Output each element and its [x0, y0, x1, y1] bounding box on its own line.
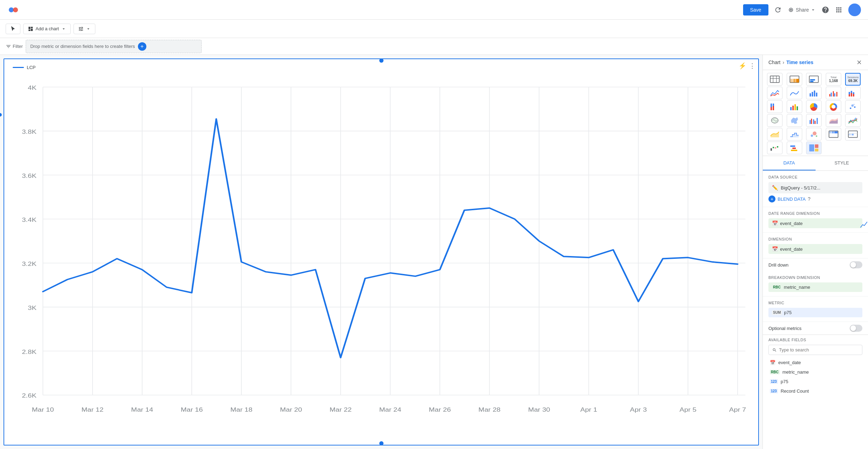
chart-type-table-heatmap[interactable]	[787, 73, 802, 86]
chart-type-stepped-area[interactable]	[787, 128, 802, 141]
data-source-row[interactable]: ✏️ BigQuery - 5/17/2...	[768, 182, 862, 193]
chart-type-combo-bar[interactable]	[826, 87, 841, 99]
chart-type-scorecard-sessions[interactable]: Sessions 69.3K	[845, 73, 861, 86]
chart-type-gantt[interactable]	[787, 142, 802, 154]
chart-type-treemap[interactable]	[806, 142, 822, 154]
share-label: Share	[796, 7, 809, 13]
chart-type-multicolor-bar[interactable]	[787, 100, 802, 113]
chart-type-waterfall[interactable]	[767, 142, 783, 154]
search-input[interactable]	[779, 347, 859, 353]
help-button[interactable]	[822, 6, 829, 14]
svg-point-1	[13, 7, 18, 12]
chart-type-smooth-line[interactable]	[787, 87, 802, 99]
svg-rect-53	[790, 79, 793, 83]
chart-type-table-bar[interactable]	[806, 73, 822, 86]
svg-rect-111	[791, 150, 797, 151]
dimension-field-value: event_date	[780, 247, 803, 252]
blend-data-row[interactable]: + BLEND DATA ?	[768, 195, 862, 202]
chart-lightning-button[interactable]: ⚡	[739, 62, 746, 70]
svg-text:Mar 24: Mar 24	[379, 406, 401, 413]
chart-type-table[interactable]	[767, 73, 783, 86]
svg-text:Mar 22: Mar 22	[330, 406, 352, 413]
svg-rect-54	[793, 79, 796, 83]
breakdown-field[interactable]: RBC metric_name	[768, 282, 862, 292]
chart-more-button[interactable]: ⋮	[749, 62, 755, 70]
chart-type-line[interactable]	[767, 87, 783, 99]
field-item-p75[interactable]: 123 p75	[768, 377, 862, 386]
resize-handle-left[interactable]	[0, 113, 2, 117]
drill-down-toggle[interactable]	[850, 261, 862, 268]
svg-text:Mar 12: Mar 12	[82, 406, 104, 413]
tab-data[interactable]: DATA	[763, 156, 816, 170]
optional-metrics-toggle[interactable]	[850, 325, 862, 332]
svg-rect-73	[853, 94, 854, 96]
panel-breadcrumb: Chart	[768, 60, 780, 65]
svg-text:Mar 28: Mar 28	[479, 406, 501, 413]
share-button[interactable]: Share	[787, 6, 816, 13]
dimension-calendar-icon: 📅	[772, 246, 778, 252]
svg-rect-60	[812, 92, 813, 96]
svg-rect-77	[773, 106, 774, 110]
selection-handle-top[interactable]	[379, 58, 384, 63]
dimension-field[interactable]: 📅 event_date	[768, 244, 862, 254]
canvas-area: ⚡ ⋮ LCP	[0, 55, 762, 449]
chart-type-table-cross[interactable]	[845, 128, 861, 141]
chart-type-table-pivot[interactable]	[826, 128, 841, 141]
svg-point-87	[854, 104, 855, 105]
cursor-tool[interactable]	[6, 24, 20, 34]
field-name-record-count: Record Count	[781, 388, 809, 394]
chart-toolbar: ⚡ ⋮	[739, 62, 755, 70]
chart-type-donut[interactable]	[826, 100, 841, 113]
chart-type-bubble[interactable]	[806, 128, 822, 141]
refresh-button[interactable]	[774, 6, 782, 14]
nav-left	[7, 4, 20, 16]
save-button[interactable]: Save	[743, 4, 768, 15]
chart-type-grouped-bar[interactable]	[806, 114, 822, 127]
chart-type-bar[interactable]	[806, 87, 822, 99]
svg-rect-92	[815, 121, 816, 124]
chart-svg-wrapper: 2.6K 2.8K 3K 3.2K 3.4K 3.6K 3.8K 4K Mar …	[4, 76, 758, 434]
svg-rect-78	[790, 107, 792, 110]
svg-rect-61	[814, 91, 815, 96]
field-name-metric-name: metric_name	[783, 369, 809, 375]
svg-point-83	[831, 105, 835, 109]
apps-button[interactable]	[835, 6, 843, 14]
add-filter-button[interactable]: +	[138, 42, 146, 51]
add-chart-button[interactable]: Add a chart	[23, 24, 71, 34]
date-range-label: Date Range Dimension	[768, 211, 862, 216]
available-fields-label: Available Fields	[768, 338, 862, 342]
chart-type-pie[interactable]	[806, 100, 822, 113]
field-item-event-date[interactable]: 📅 event_date	[768, 358, 862, 367]
chart-type-filled-map[interactable]	[787, 114, 802, 127]
field-search[interactable]	[768, 345, 862, 355]
metric-field[interactable]: SUM p75	[768, 308, 862, 317]
date-range-field[interactable]: 📅 event_date	[768, 218, 862, 228]
chart-type-stacked-bar[interactable]	[845, 87, 861, 99]
chart-type-100-stacked[interactable]	[767, 100, 783, 113]
add-chart-label: Add a chart	[36, 26, 59, 31]
svg-text:Mar 16: Mar 16	[181, 406, 203, 413]
svg-text:2.6K: 2.6K	[22, 392, 37, 399]
chart-type-stacked-area[interactable]	[826, 114, 841, 127]
user-avatar[interactable]	[848, 4, 861, 16]
svg-rect-68	[849, 92, 850, 94]
chart-container: ⚡ ⋮ LCP	[4, 58, 759, 445]
info-icon[interactable]: ?	[808, 196, 811, 202]
field-item-record-count[interactable]: 123 Record Count	[768, 386, 862, 396]
breakdown-label: Breakdown Dimension	[768, 275, 862, 280]
svg-rect-48	[770, 76, 779, 83]
svg-rect-74	[771, 104, 772, 107]
metric-section: Metric SUM p75	[763, 297, 868, 322]
filter-drop-zone[interactable]: Drop metric or dimension fields here to …	[26, 40, 202, 53]
sum-badge: SUM	[772, 310, 782, 315]
controls-button[interactable]	[74, 24, 95, 34]
chart-type-multi-line[interactable]	[845, 114, 861, 127]
field-item-metric-name[interactable]: RBC metric_name	[768, 367, 862, 377]
chart-type-scatter[interactable]	[845, 100, 861, 113]
selection-handle-bottom[interactable]	[379, 441, 384, 445]
chart-type-area-line[interactable]	[767, 128, 783, 141]
chart-type-scorecard-total[interactable]: Total 1,168	[826, 73, 841, 86]
chart-type-geo-map[interactable]	[767, 114, 783, 127]
svg-text:Mar 10: Mar 10	[32, 406, 54, 413]
breakdown-field-value: metric_name	[784, 285, 810, 290]
